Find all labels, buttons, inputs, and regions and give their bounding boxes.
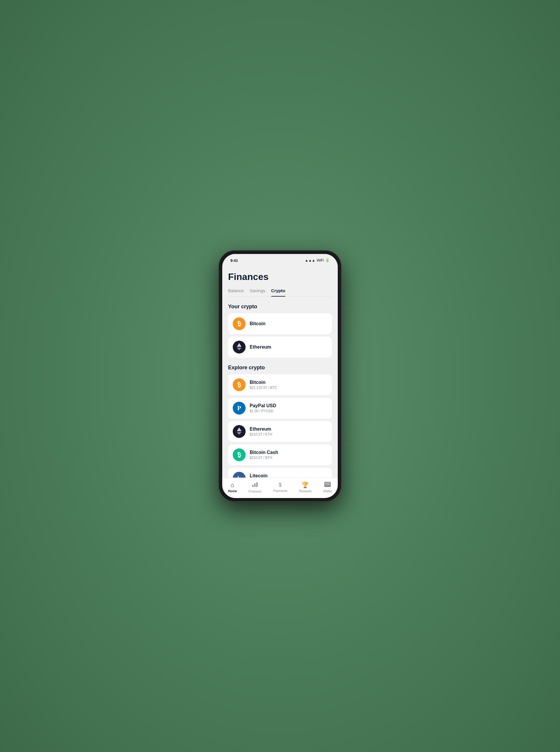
status-time: 9:41: [231, 258, 238, 263]
nav-payments[interactable]: $ Payments: [269, 480, 291, 494]
svg-rect-5: [325, 483, 330, 484]
explore-bitcoincash-name: Bitcoin Cash: [250, 450, 278, 455]
status-icons: ▲▲▲ WiFi 🔋: [305, 258, 329, 263]
your-ethereum-card[interactable]: Ethereum: [228, 336, 332, 358]
explore-bitcoin-price: $21,110.57 / BTC: [250, 386, 277, 390]
your-crypto-title: Your crypto: [228, 304, 332, 310]
explore-ethereum-card[interactable]: Ethereum $210.57 / ETH: [228, 421, 332, 442]
finances-icon: [252, 481, 258, 489]
explore-bitcoincash-icon: ₿: [233, 448, 245, 461]
svg-rect-1: [254, 483, 256, 487]
ethereum-icon-yours: [233, 341, 245, 353]
explore-bitcoin-card[interactable]: ₿ Bitcoin $21,110.57 / BTC: [228, 374, 332, 395]
explore-bitcoin-icon: ₿: [233, 378, 245, 391]
svg-rect-4: [324, 482, 331, 483]
wifi-icon: WiFi: [317, 258, 324, 263]
nav-wallet[interactable]: Wallet: [320, 480, 335, 495]
explore-paypal-name: PayPal USD: [250, 403, 276, 408]
explore-paypal-price: $1.00 / PYUSD: [250, 409, 276, 413]
nav-home[interactable]: ⌂ Home: [225, 480, 241, 495]
eth-diamond-top: [237, 343, 241, 347]
wallet-icon: [324, 482, 331, 488]
tab-savings[interactable]: Savings: [250, 288, 265, 296]
explore-bitcoincash-price: $210.57 / BTH: [250, 456, 278, 460]
your-crypto-section: Your crypto ₿ Bitcoin: [228, 304, 332, 358]
bottom-navigation: ⌂ Home Finances $ Payments 🏆 R: [222, 478, 338, 498]
explore-bitcoincash-card[interactable]: ₿ Bitcoin Cash $210.57 / BTH: [228, 444, 332, 465]
page-title: Finances: [228, 271, 332, 282]
explore-paypal-card[interactable]: P PayPal USD $1.00 / PYUSD: [228, 398, 332, 419]
tab-crypto[interactable]: Crypto: [271, 288, 285, 296]
your-ethereum-name: Ethereum: [250, 345, 271, 350]
bitcoin-icon: ₿: [233, 317, 245, 330]
battery-icon: 🔋: [325, 258, 329, 263]
your-bitcoin-name: Bitcoin: [250, 321, 265, 326]
explore-bitcoin-name: Bitcoin: [250, 380, 277, 385]
svg-rect-2: [256, 482, 258, 487]
nav-rewards-label: Rewards: [299, 489, 312, 493]
svg-rect-0: [252, 485, 254, 487]
tab-balance[interactable]: Balance: [228, 288, 244, 296]
nav-wallet-label: Wallet: [323, 489, 332, 493]
main-content: Finances Balance Savings Crypto Your cry…: [222, 267, 338, 478]
status-bar: 9:41 ▲▲▲ WiFi 🔋: [222, 254, 338, 267]
svg-rect-6: [325, 485, 330, 485]
payments-icon: $: [279, 482, 282, 488]
nav-home-label: Home: [228, 489, 237, 493]
your-bitcoin-card[interactable]: ₿ Bitcoin: [228, 313, 332, 334]
explore-crypto-section: Explore crypto ₿ Bitcoin $21,110.57 / BT…: [228, 365, 332, 478]
explore-litecoin-card[interactable]: Ł Litecoin $48.96 / LTC: [228, 468, 332, 478]
explore-ethereum-name: Ethereum: [250, 426, 272, 432]
tab-bar: Balance Savings Crypto: [228, 288, 332, 296]
signal-icon: ▲▲▲: [305, 258, 315, 263]
phone-frame: 9:41 ▲▲▲ WiFi 🔋 Finances Balance Savings…: [219, 250, 341, 502]
home-icon: ⌂: [231, 482, 234, 488]
explore-paypal-icon: P: [233, 402, 245, 414]
rewards-icon: 🏆: [302, 481, 309, 488]
explore-ethereum-icon: [233, 425, 245, 438]
nav-payments-label: Payments: [273, 489, 287, 493]
nav-rewards[interactable]: 🏆 Rewards: [296, 480, 315, 495]
phone-screen: 9:41 ▲▲▲ WiFi 🔋 Finances Balance Savings…: [222, 254, 338, 498]
explore-litecoin-name: Litecoin: [250, 473, 269, 478]
nav-finances[interactable]: Finances: [245, 480, 265, 495]
eth-diamond-bottom: [237, 348, 241, 350]
explore-litecoin-icon: Ł: [233, 472, 245, 478]
nav-finances-label: Finances: [248, 489, 262, 493]
explore-crypto-title: Explore crypto: [228, 365, 332, 371]
explore-ethereum-price: $210.57 / ETH: [250, 432, 272, 437]
